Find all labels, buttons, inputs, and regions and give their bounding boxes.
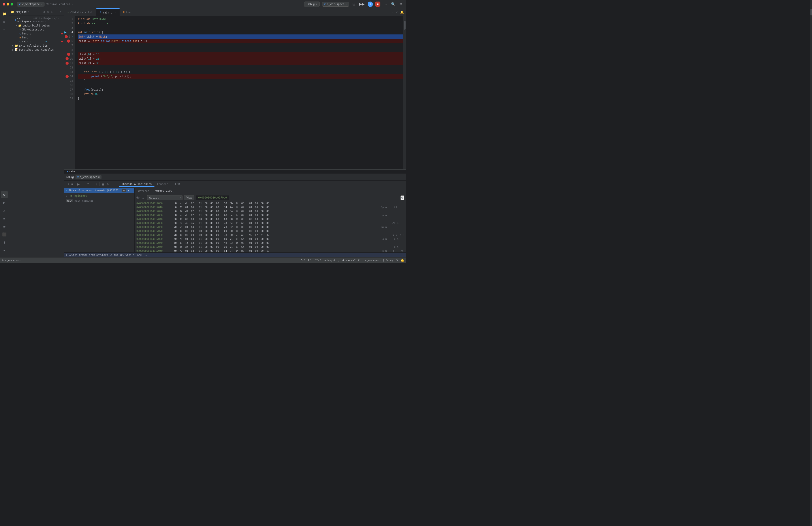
evaluate-icon[interactable]: ▣: [101, 182, 105, 187]
minimize-button[interactable]: [6, 3, 9, 5]
gutter-line-14: 14: [64, 74, 73, 79]
tab-funch[interactable]: H func.h: [120, 9, 139, 16]
sidebar-item-mainc[interactable]: C main.c →: [9, 40, 64, 43]
gutter-line-1: 1: [64, 17, 73, 21]
separator-1: [75, 182, 75, 186]
sidebar-dropdown-arrow: ▾: [28, 11, 29, 13]
editor-scrollbar[interactable]: [403, 16, 406, 169]
activity-plugin-icon[interactable]: ✦: [1, 247, 8, 254]
sidebar-item-external-libs[interactable]: ▶ 📁 External Libraries: [9, 43, 64, 48]
cmakelists-label: CMakeLists.txt: [22, 28, 44, 31]
step-out-icon[interactable]: ↑: [95, 182, 98, 187]
tab-cmakelists[interactable]: ≋ CMakeLists.txt: [64, 9, 97, 16]
memory-icon[interactable]: ✎: [106, 182, 110, 187]
debug-more-icon[interactable]: ⋯: [111, 182, 115, 187]
status-spaces[interactable]: 4 spaces*: [343, 259, 356, 262]
tab-bar-bell-icon[interactable]: 🔔: [400, 10, 404, 14]
status-lf[interactable]: LF: [308, 259, 311, 262]
code-line-8: [78, 48, 403, 52]
sidebar-item-cmakelists[interactable]: ≋ CMakeLists.txt: [9, 28, 64, 32]
activity-terminal-icon[interactable]: ⬛: [1, 231, 8, 238]
sidebar-item-funch[interactable]: H func.h: [9, 35, 64, 40]
status-expand-icon[interactable]: ⬡: [396, 259, 398, 262]
mem-tab-memory[interactable]: Memory View: [153, 189, 174, 193]
panel-more-icon[interactable]: ⋯: [397, 175, 401, 179]
registers-btn[interactable]: ≡ Registers: [69, 194, 89, 198]
activity-folder-icon[interactable]: 📁: [1, 10, 8, 17]
goto-dropdown-icon[interactable]: ▾: [180, 196, 182, 199]
tab-lldb[interactable]: LLDB: [171, 182, 183, 187]
mainc-debug-arrow: →: [45, 40, 47, 43]
status-bell-icon[interactable]: 🔔: [401, 259, 404, 262]
memory-settings-icon[interactable]: ⚙: [401, 196, 404, 200]
tab-bar-more-icon[interactable]: ⋯: [391, 10, 395, 14]
tab-bar-checkmark-icon[interactable]: ✓: [396, 10, 399, 14]
workspace-selector[interactable]: □ c_workspace ▾: [322, 2, 349, 6]
debug-ws-close[interactable]: ×: [98, 175, 100, 179]
bookmark-icon[interactable]: ⊞: [351, 1, 356, 7]
activity-debug-icon[interactable]: ⚙: [1, 191, 8, 198]
sidebar-new-file-icon[interactable]: ⊕: [42, 10, 45, 14]
tree-root[interactable]: ▾ c c-workspace ~/CLionProjects/c-worksp…: [9, 16, 64, 24]
memory-table[interactable]: 0x000000016d017000 b8bede02 01000000 909…: [135, 201, 406, 252]
status-position[interactable]: 5:1: [301, 259, 306, 262]
stop-debug-icon[interactable]: ■: [71, 182, 74, 187]
editor-scroll-thumb[interactable]: [404, 21, 406, 30]
activity-info-icon[interactable]: ℹ: [1, 239, 8, 246]
avatar[interactable]: U: [367, 2, 373, 7]
code-content[interactable]: #include <stdio.h> #include <stdlib.h> i…: [75, 16, 403, 169]
status-language[interactable]: C: [358, 259, 360, 262]
activity-run-icon[interactable]: ▶: [1, 199, 8, 206]
notification-close-icon[interactable]: ×: [403, 254, 404, 256]
thread-dropdown-btn[interactable]: ▾: [128, 189, 129, 192]
maximize-button[interactable]: [11, 3, 13, 5]
search-icon[interactable]: 🔍: [390, 1, 396, 7]
status-workspace-icon: ⚙: [2, 259, 3, 262]
mem-tab-watches[interactable]: Watches: [136, 189, 151, 193]
run-icon[interactable]: ▶▶: [358, 1, 365, 7]
step-into-icon[interactable]: ↓: [91, 182, 94, 187]
activity-warning-icon[interactable]: ⚠: [1, 207, 8, 214]
debug-button[interactable]: Debug ▾: [304, 2, 320, 7]
activity-bookmark-icon[interactable]: ◉: [1, 223, 8, 230]
panel-collapse-icon[interactable]: –: [402, 175, 404, 179]
activity-list-icon[interactable]: ≡: [1, 215, 8, 222]
goto-input[interactable]: [147, 195, 183, 200]
project-selector[interactable]: c c_workspace ▾: [17, 2, 45, 6]
close-button[interactable]: [3, 3, 5, 5]
tab-mainc-close[interactable]: ×: [115, 11, 116, 14]
activity-more-icon[interactable]: ⋯: [1, 26, 8, 33]
tab-threads-vars[interactable]: Threads & Variables: [119, 182, 154, 187]
tab-console[interactable]: Console: [155, 182, 171, 187]
stack-frame-main[interactable]: main main main.c:5: [64, 199, 134, 203]
goto-label: Go to:: [136, 196, 146, 199]
code-line-17: free (pList);: [78, 87, 403, 92]
resume-icon[interactable]: ▶: [76, 182, 80, 187]
step-over-icon[interactable]: ↷: [87, 182, 90, 187]
version-control-label[interactable]: Version control: [46, 3, 70, 6]
sidebar-close-icon[interactable]: ×: [59, 10, 62, 14]
thread-filter-btn[interactable]: ⊞: [121, 189, 127, 192]
pause-icon[interactable]: ⏸: [81, 182, 86, 187]
status-charset[interactable]: UTF-8: [314, 259, 321, 262]
scratches-folder-icon: 📝: [15, 48, 18, 51]
debug-workspace-label[interactable]: □ c_workspace ×: [75, 175, 102, 179]
restart-icon[interactable]: ↺: [66, 182, 70, 187]
status-formatter[interactable]: .clang-tidy: [324, 259, 340, 262]
code-line-1: #include <stdio.h>: [78, 17, 403, 21]
separator-2: [99, 182, 100, 186]
gutter-line-11: 11: [64, 61, 73, 65]
sidebar-more-icon[interactable]: ⋯: [55, 10, 58, 14]
gutter-line-8: 8: [64, 48, 73, 52]
sidebar-item-cmake-build[interactable]: ▶ 📁 cmake-build-debug: [9, 24, 64, 28]
sidebar-collapse-icon[interactable]: ⊟: [50, 10, 54, 14]
sidebar-refresh-icon[interactable]: ↻: [46, 10, 50, 14]
settings-icon[interactable]: ⚙: [398, 1, 403, 7]
sidebar-item-funcc[interactable]: C func.c: [9, 32, 64, 35]
stop-button[interactable]: ■: [375, 2, 380, 6]
more-options-icon[interactable]: ⋯: [382, 1, 388, 7]
tab-mainc[interactable]: C main.c ×: [97, 9, 120, 16]
view-button[interactable]: View: [184, 195, 194, 200]
activity-structure-icon[interactable]: ⊞: [1, 18, 8, 25]
sidebar-item-scratches[interactable]: ▶ 📝 Scratches and Consoles: [9, 48, 64, 52]
